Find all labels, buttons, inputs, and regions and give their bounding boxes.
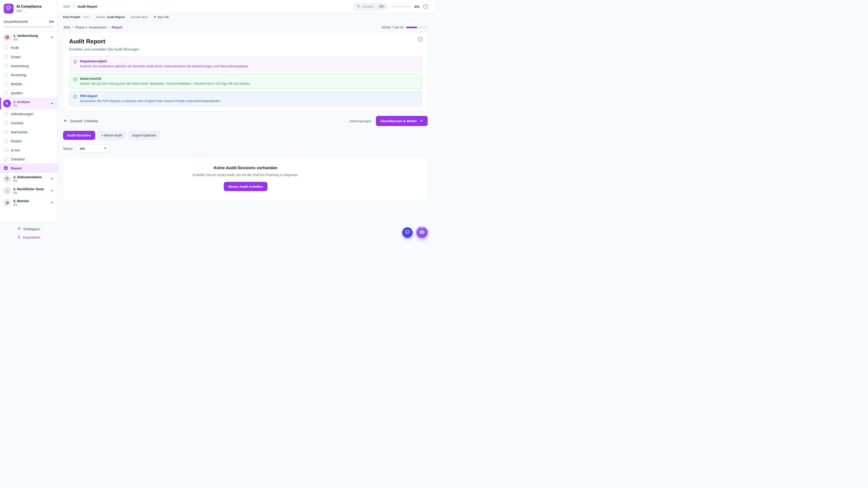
tip-title: Regelmaessigkeit bbox=[80, 59, 249, 63]
upload-icon bbox=[17, 235, 21, 239]
step-indicator: Schritt 7 von 14 bbox=[381, 26, 428, 29]
sidebar-section-5-betrieb[interactable]: 5. Betrieb0% bbox=[0, 197, 57, 208]
sidebar-item-anforderungen[interactable]: Anforderungen bbox=[0, 109, 57, 119]
sidebar-item-label: Quellen bbox=[11, 91, 23, 95]
last-label: Zuletzt: bbox=[96, 15, 106, 19]
check-circle-icon bbox=[73, 77, 77, 86]
sidebar-item-nachweise[interactable]: Nachweise bbox=[0, 127, 57, 136]
section-title: 3. Dokumentation bbox=[13, 175, 48, 179]
status-filter-select[interactable]: Alle bbox=[76, 144, 110, 153]
sidebar-section-1-vorbereitung[interactable]: 1. Vorbereitung0% bbox=[0, 31, 57, 43]
page-subtitle: Erstellen und verwalten Sie Audit-Sitzun… bbox=[69, 47, 422, 52]
sidebar-section-2-analyse[interactable]: 2. Analyse0% bbox=[0, 97, 57, 109]
chat-fab-button[interactable] bbox=[402, 227, 413, 238]
section-percent: 0% bbox=[13, 191, 48, 195]
sidebar-item-quellen[interactable]: Quellen bbox=[0, 88, 57, 97]
sidebar-item-screening[interactable]: Screening bbox=[0, 70, 57, 79]
help-button[interactable]: ? bbox=[423, 4, 428, 9]
tab-audit-sessions[interactable]: Audit-Sessions bbox=[63, 131, 95, 140]
section-title: 1. Vorbereitung bbox=[13, 34, 48, 37]
skip-button[interactable]: Ueberspringen bbox=[349, 119, 371, 123]
back-to-checklist-button[interactable]: Zurueck: Checklist bbox=[64, 119, 98, 123]
empty-state-text: Erstellen Sie ein neues Audit, um mit de… bbox=[68, 173, 423, 177]
chevron-down-icon bbox=[50, 189, 54, 193]
tab-neues-audit[interactable]: + Neues Audit bbox=[97, 131, 126, 140]
sidebar-item-ai-act[interactable]: AI Act bbox=[0, 145, 57, 155]
tip-pdf-export: PDF-Export Generieren Sie PDF-Reports in… bbox=[69, 91, 422, 106]
radio-icon bbox=[4, 46, 8, 50]
radio-icon bbox=[4, 130, 8, 134]
main-area: SDK Audit Report Suchen... ⌘K 0% ? bbox=[58, 0, 434, 244]
radio-icon bbox=[4, 91, 8, 95]
last-value: Audit Report bbox=[107, 15, 125, 19]
radio-icon bbox=[4, 112, 8, 116]
lightbulb-icon bbox=[73, 60, 77, 68]
sidebar-item-label: AI Act bbox=[11, 148, 20, 152]
search-placeholder: Suchen... bbox=[362, 5, 376, 8]
tip-text: Fuehren Sie mindestens jaehrlich ein for… bbox=[80, 64, 249, 68]
divider bbox=[151, 15, 151, 19]
target-icon bbox=[3, 33, 11, 41]
sidebar-item-profil[interactable]: Profil bbox=[0, 43, 57, 52]
app-subtitle: SDK bbox=[16, 9, 41, 13]
status-filter-label: Status: bbox=[63, 147, 73, 151]
sidebar-item-scope[interactable]: Scope bbox=[0, 52, 57, 61]
sidebar-nav: 1. Vorbereitung0%ProfilScopeAnwendungScr… bbox=[0, 31, 57, 223]
breadcrumb-root[interactable]: SDK bbox=[64, 26, 70, 29]
section-title: 2. Analyse bbox=[13, 100, 48, 104]
chevron-right-icon bbox=[72, 5, 75, 8]
export-label: Exportieren bbox=[23, 235, 40, 239]
tab-export-optionen[interactable]: Export-Optionen bbox=[128, 131, 160, 140]
section-percent: 0% bbox=[13, 203, 48, 206]
sidebar-item-label: Checklist bbox=[11, 157, 25, 161]
search-input[interactable]: Suchen... ⌘K bbox=[354, 2, 387, 11]
collapse-sidebar-button[interactable]: Einklappen bbox=[17, 227, 40, 231]
page-title: Audit Report bbox=[69, 38, 422, 45]
card-help-button[interactable]: ? bbox=[418, 37, 423, 42]
sidebar-item-risiken[interactable]: Risiken bbox=[0, 136, 57, 145]
app-header: AI Compliance SDK bbox=[0, 0, 57, 17]
breadcrumb-current: Report bbox=[112, 26, 122, 29]
tip-title: PDF-Export bbox=[80, 94, 221, 98]
sync-status-dot bbox=[154, 16, 156, 18]
radio-selected-icon bbox=[4, 166, 8, 170]
breadcrumb-separator: / bbox=[109, 26, 110, 29]
sidebar-section-3-dokumentation[interactable]: 3. Dokumentation0% bbox=[0, 173, 57, 185]
step-progress-bar bbox=[406, 27, 428, 28]
arrow-left-icon bbox=[64, 119, 68, 123]
radio-icon bbox=[4, 64, 8, 68]
topbar: SDK Audit Report Suchen... ⌘K 0% ? bbox=[58, 0, 434, 13]
back-label: Zurueck: Checklist bbox=[70, 119, 98, 123]
export-button[interactable]: Exportieren bbox=[17, 235, 40, 239]
sidebar-item-label: Module bbox=[11, 82, 22, 86]
topbar-breadcrumb-root[interactable]: SDK bbox=[63, 5, 70, 8]
step-label: Schritt 7 von 14 bbox=[381, 26, 403, 29]
sync-status-label: Sync OK bbox=[157, 15, 169, 19]
radio-icon bbox=[4, 82, 8, 86]
radio-icon bbox=[4, 121, 8, 125]
create-audit-button[interactable]: Neues Audit erstellen bbox=[224, 182, 268, 191]
sidebar-item-checklist[interactable]: Checklist bbox=[0, 155, 57, 164]
audit-report-card: ? Audit Report Erstellen und verwalten S… bbox=[63, 32, 428, 111]
chat-bubble-icon bbox=[405, 230, 410, 235]
complete-next-button[interactable]: Abschliessen & Weiter bbox=[376, 116, 428, 126]
columns-fab-button[interactable] bbox=[416, 226, 428, 238]
sidebar-section-4-rechtliche-texte[interactable]: 4. Rechtliche Texte0% bbox=[0, 185, 57, 197]
sidebar-item-anwendung[interactable]: Anwendung bbox=[0, 61, 57, 70]
shield-check-icon bbox=[6, 5, 11, 12]
overall-progress: Gesamtfortschritt 0% bbox=[0, 17, 57, 31]
info-circle-icon bbox=[73, 94, 77, 103]
breadcrumb-phase[interactable]: Phase 1: Assessment bbox=[75, 26, 107, 29]
floating-buttons bbox=[402, 226, 428, 238]
sidebar-item-report[interactable]: Report bbox=[0, 164, 57, 173]
sidebar-item-module[interactable]: Module bbox=[0, 79, 57, 88]
search-shortcut-badge: ⌘K bbox=[378, 4, 385, 9]
tip-title: Detail-Ansicht bbox=[80, 77, 251, 80]
memo-icon bbox=[3, 187, 11, 195]
app-title: AI Compliance bbox=[16, 4, 41, 8]
sidebar-item-controls[interactable]: Controls bbox=[0, 119, 57, 127]
section-title: 5. Betrieb bbox=[13, 199, 48, 203]
radio-icon bbox=[4, 157, 8, 161]
columns-icon bbox=[419, 230, 425, 236]
sidebar-item-label: Screening bbox=[11, 73, 26, 77]
